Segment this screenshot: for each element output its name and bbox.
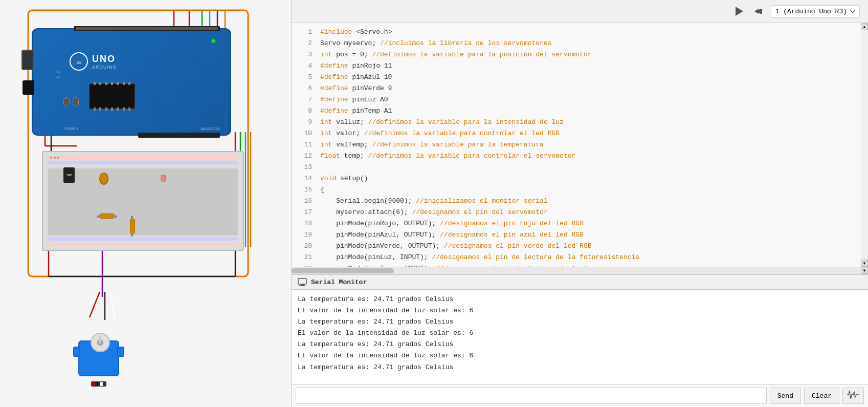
- serial-input-field[interactable]: [296, 388, 767, 404]
- scroll-up-button[interactable]: ▲: [861, 23, 868, 30]
- device-label: 1 (Arduino Uno R3): [775, 8, 847, 15]
- serial-message-5: La temperatura es: 24.71 grados Celsius: [298, 339, 862, 350]
- code-line-18: 18 pinMode(pinRojo, OUTPUT); //designamo…: [292, 219, 868, 230]
- vertical-scrollbar[interactable]: ▲ ▼ ▼: [861, 23, 868, 274]
- serial-message-3: La temperatura es: 24.71 grados Celsius: [298, 316, 862, 328]
- serial-message-2: El valor de la intensidad de luz solar e…: [298, 305, 862, 316]
- code-line-7: 7 #define pinLuz A0: [292, 95, 868, 106]
- code-line-20: 20 pinMode(pinVerde, OUTPUT); //designam…: [292, 241, 868, 252]
- serial-monitor-header: Serial Monitor: [292, 275, 868, 290]
- code-line-10: 10 int valor; //definimos la variable pa…: [292, 128, 868, 140]
- run-button[interactable]: [733, 5, 745, 18]
- serial-message-1: La temperatura es: 24.71 grados Celsius: [298, 294, 862, 305]
- code-line-16: 16 Serial.begin(9600); //inicializamos e…: [292, 196, 868, 207]
- waveform-icon: [847, 390, 859, 400]
- device-selector[interactable]: 1 (Arduino Uno R3): [771, 5, 860, 18]
- code-line-17: 17 myservo.attach(6); //designamos el pi…: [292, 207, 868, 219]
- arduino-model: ARDUINO: [92, 65, 117, 70]
- arduino-board: ∞ UNO ARDUINO: [32, 28, 231, 136]
- servo-motor: [76, 333, 124, 384]
- send-button[interactable]: Send: [770, 388, 801, 404]
- horizontal-scrollbar[interactable]: [292, 267, 868, 274]
- code-line-9: 9 int valLuz; //definimos la variable pa…: [292, 117, 868, 128]
- waveform-button[interactable]: [842, 388, 864, 404]
- rewind-icon: [753, 7, 763, 16]
- code-line-15: 15 {: [292, 185, 868, 196]
- svg-line-18: [110, 292, 115, 317]
- code-line-1: 1 #include <Servo.h>: [292, 27, 868, 38]
- serial-input-bar: Send Clear: [292, 384, 868, 407]
- scroll-track: [861, 30, 868, 260]
- scroll-down-button-2[interactable]: ▼: [861, 267, 868, 274]
- scroll-down-button-1[interactable]: ▼: [861, 260, 868, 267]
- code-line-5: 5 #define pinAzul 10: [292, 72, 868, 83]
- code-line-21: 21 pinMode(pinLuz, INPUT); //designamos …: [292, 252, 868, 264]
- svg-text:∞: ∞: [77, 59, 81, 66]
- arduino-logo: ∞: [70, 52, 88, 71]
- chevron-down-icon: [850, 10, 855, 13]
- svg-rect-25: [761, 9, 762, 14]
- play-icon: [736, 7, 743, 16]
- code-line-11: 11 int valTemp; //definimos la variable …: [292, 140, 868, 151]
- monitor-icon: [298, 278, 307, 286]
- serial-monitor-title: Serial Monitor: [311, 279, 367, 286]
- toolbar: 1 (Arduino Uno R3): [292, 0, 868, 23]
- clear-button[interactable]: Clear: [804, 388, 839, 404]
- code-line-13: 13: [292, 162, 868, 174]
- breadboard: TMP: [42, 151, 244, 251]
- code-line-14: 14 void setup(): [292, 174, 868, 185]
- circuit-area: ∞ UNO ARDUINO: [0, 0, 291, 407]
- code-editor[interactable]: 1 #include <Servo.h> 2 Servo myservo; //…: [292, 23, 868, 267]
- right-panel: 1 (Arduino Uno R3) 1 #include <Servo.h> …: [292, 0, 868, 407]
- circuit-panel: ∞ UNO ARDUINO: [0, 0, 292, 407]
- code-line-4: 4 #define pinRojo 11: [292, 61, 868, 72]
- serial-message-4: El valor de la intensidad de luz solar e…: [298, 328, 862, 339]
- serial-message-7: La temperatura es: 24.71 grados Celsius: [298, 362, 862, 373]
- code-line-3: 3 int pos = 0; //definimos la variable p…: [292, 50, 868, 61]
- svg-rect-26: [298, 279, 306, 284]
- hscroll-thumb[interactable]: [292, 268, 394, 273]
- code-section: 1 #include <Servo.h> 2 Servo myservo; //…: [292, 23, 868, 274]
- serial-message-6: El valor de la intensidad de luz solar e…: [298, 350, 862, 361]
- code-line-19: 19 pinMode(pinAzul, OUTPUT); //designamo…: [292, 230, 868, 241]
- code-line-6: 6 #define pinVerde 9: [292, 83, 868, 95]
- rewind-button[interactable]: [751, 5, 765, 18]
- svg-line-16: [90, 292, 100, 317]
- arduino-brand: UNO: [92, 54, 117, 65]
- code-line-12: 12 float temp; //definimos la variable p…: [292, 151, 868, 162]
- serial-output[interactable]: La temperatura es: 24.71 grados Celsius …: [292, 290, 868, 384]
- serial-monitor: Serial Monitor La temperatura es: 24.71 …: [292, 274, 868, 407]
- code-line-8: 8 #define pinTemp A1: [292, 106, 868, 117]
- code-line-2: 2 Servo myservo; //incluimos la librería…: [292, 38, 868, 50]
